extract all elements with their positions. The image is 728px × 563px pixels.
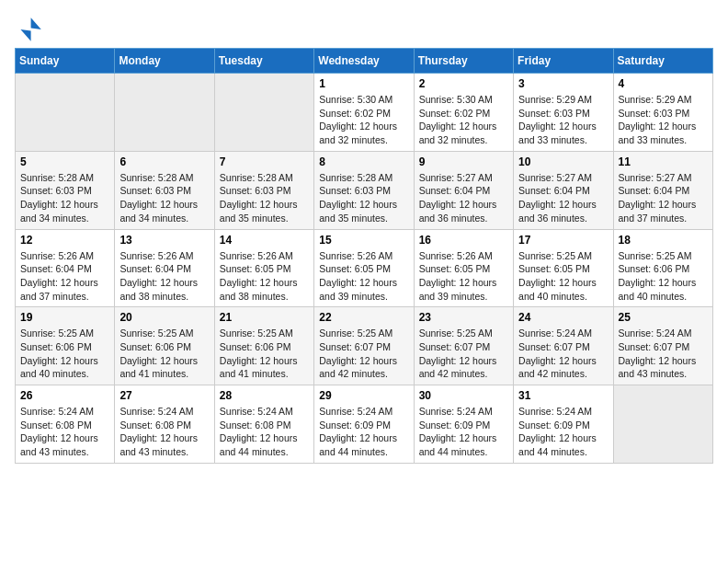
cell-info: Sunrise: 5:26 AM Sunset: 6:05 PM Dayligh…	[220, 249, 309, 304]
calendar-cell: 8Sunrise: 5:28 AM Sunset: 6:03 PM Daylig…	[314, 151, 414, 229]
calendar-cell: 25Sunrise: 5:24 AM Sunset: 6:07 PM Dayli…	[613, 307, 712, 385]
cell-info: Sunrise: 5:25 AM Sunset: 6:06 PM Dayligh…	[619, 249, 708, 304]
cell-info: Sunrise: 5:29 AM Sunset: 6:03 PM Dayligh…	[518, 93, 608, 147]
calendar-cell	[16, 74, 115, 152]
day-number: 28	[220, 389, 309, 402]
calendar-cell	[613, 385, 712, 464]
calendar-week-row: 5Sunrise: 5:28 AM Sunset: 6:03 PM Daylig…	[16, 151, 713, 229]
calendar-header-row: SundayMondayTuesdayWednesdayThursdayFrid…	[16, 49, 713, 74]
calendar-cell: 7Sunrise: 5:28 AM Sunset: 6:03 PM Daylig…	[214, 151, 313, 229]
cell-info: Sunrise: 5:28 AM Sunset: 6:03 PM Dayligh…	[20, 171, 109, 225]
calendar-week-row: 19Sunrise: 5:25 AM Sunset: 6:06 PM Dayli…	[16, 307, 713, 385]
calendar-cell: 24Sunrise: 5:24 AM Sunset: 6:07 PM Dayli…	[514, 307, 613, 385]
day-number: 26	[20, 389, 109, 402]
calendar-cell	[214, 74, 313, 152]
cell-info: Sunrise: 5:24 AM Sunset: 6:09 PM Dayligh…	[518, 405, 608, 459]
logo-icon	[15, 15, 44, 44]
calendar-cell: 14Sunrise: 5:26 AM Sunset: 6:05 PM Dayli…	[214, 229, 313, 307]
calendar-cell: 27Sunrise: 5:24 AM Sunset: 6:08 PM Dayli…	[115, 385, 214, 464]
cell-info: Sunrise: 5:24 AM Sunset: 6:09 PM Dayligh…	[419, 405, 508, 459]
cell-info: Sunrise: 5:24 AM Sunset: 6:08 PM Dayligh…	[119, 405, 209, 459]
cell-info: Sunrise: 5:28 AM Sunset: 6:03 PM Dayligh…	[319, 171, 408, 225]
cell-info: Sunrise: 5:26 AM Sunset: 6:04 PM Dayligh…	[20, 249, 109, 304]
day-number: 10	[518, 155, 608, 168]
calendar-cell: 20Sunrise: 5:25 AM Sunset: 6:06 PM Dayli…	[115, 307, 214, 385]
calendar-table: SundayMondayTuesdayWednesdayThursdayFrid…	[15, 48, 713, 464]
calendar-cell: 9Sunrise: 5:27 AM Sunset: 6:04 PM Daylig…	[414, 151, 513, 229]
calendar-cell: 26Sunrise: 5:24 AM Sunset: 6:08 PM Dayli…	[16, 385, 115, 464]
day-number: 6	[119, 155, 209, 168]
calendar-week-row: 1Sunrise: 5:30 AM Sunset: 6:02 PM Daylig…	[16, 74, 713, 152]
day-number: 25	[619, 311, 708, 324]
cell-info: Sunrise: 5:27 AM Sunset: 6:04 PM Dayligh…	[419, 171, 508, 225]
day-number: 9	[419, 155, 508, 168]
day-number: 29	[319, 389, 408, 402]
day-number: 24	[518, 311, 608, 324]
calendar-cell: 2Sunrise: 5:30 AM Sunset: 6:02 PM Daylig…	[414, 74, 513, 152]
day-number: 27	[119, 389, 209, 402]
cell-info: Sunrise: 5:24 AM Sunset: 6:07 PM Dayligh…	[518, 327, 608, 381]
cell-info: Sunrise: 5:25 AM Sunset: 6:06 PM Dayligh…	[119, 327, 209, 381]
day-number: 31	[518, 389, 608, 402]
svg-marker-0	[20, 17, 40, 41]
calendar-week-row: 26Sunrise: 5:24 AM Sunset: 6:08 PM Dayli…	[16, 385, 713, 464]
calendar-cell: 10Sunrise: 5:27 AM Sunset: 6:04 PM Dayli…	[514, 151, 613, 229]
calendar-cell: 22Sunrise: 5:25 AM Sunset: 6:07 PM Dayli…	[314, 307, 414, 385]
cell-info: Sunrise: 5:28 AM Sunset: 6:03 PM Dayligh…	[119, 171, 209, 225]
day-number: 16	[419, 234, 508, 247]
cell-info: Sunrise: 5:29 AM Sunset: 6:03 PM Dayligh…	[619, 93, 708, 147]
day-number: 19	[20, 311, 109, 324]
day-number: 7	[220, 155, 309, 168]
day-header-friday: Friday	[514, 49, 613, 74]
day-number: 15	[319, 234, 408, 247]
cell-info: Sunrise: 5:30 AM Sunset: 6:02 PM Dayligh…	[419, 93, 508, 147]
day-header-thursday: Thursday	[414, 49, 513, 74]
calendar-cell	[115, 74, 214, 152]
calendar-cell: 17Sunrise: 5:25 AM Sunset: 6:05 PM Dayli…	[514, 229, 613, 307]
calendar-cell: 4Sunrise: 5:29 AM Sunset: 6:03 PM Daylig…	[613, 74, 712, 152]
calendar-cell: 28Sunrise: 5:24 AM Sunset: 6:08 PM Dayli…	[214, 385, 313, 464]
cell-info: Sunrise: 5:24 AM Sunset: 6:09 PM Dayligh…	[319, 405, 408, 459]
cell-info: Sunrise: 5:28 AM Sunset: 6:03 PM Dayligh…	[220, 171, 309, 225]
cell-info: Sunrise: 5:27 AM Sunset: 6:04 PM Dayligh…	[518, 171, 608, 225]
day-number: 20	[119, 311, 209, 324]
cell-info: Sunrise: 5:25 AM Sunset: 6:06 PM Dayligh…	[220, 327, 309, 381]
logo	[15, 15, 48, 44]
day-number: 12	[20, 234, 109, 247]
calendar-cell: 13Sunrise: 5:26 AM Sunset: 6:04 PM Dayli…	[115, 229, 214, 307]
day-number: 13	[119, 234, 209, 247]
cell-info: Sunrise: 5:24 AM Sunset: 6:08 PM Dayligh…	[20, 405, 109, 459]
calendar-week-row: 12Sunrise: 5:26 AM Sunset: 6:04 PM Dayli…	[16, 229, 713, 307]
calendar-cell: 19Sunrise: 5:25 AM Sunset: 6:06 PM Dayli…	[16, 307, 115, 385]
calendar-cell: 30Sunrise: 5:24 AM Sunset: 6:09 PM Dayli…	[414, 385, 513, 464]
cell-info: Sunrise: 5:25 AM Sunset: 6:07 PM Dayligh…	[419, 327, 508, 381]
calendar-cell: 16Sunrise: 5:26 AM Sunset: 6:05 PM Dayli…	[414, 229, 513, 307]
cell-info: Sunrise: 5:26 AM Sunset: 6:04 PM Dayligh…	[119, 249, 209, 304]
day-number: 1	[319, 77, 408, 90]
cell-info: Sunrise: 5:24 AM Sunset: 6:08 PM Dayligh…	[220, 405, 309, 459]
calendar-cell: 11Sunrise: 5:27 AM Sunset: 6:04 PM Dayli…	[613, 151, 712, 229]
day-header-monday: Monday	[115, 49, 214, 74]
day-number: 5	[20, 155, 109, 168]
cell-info: Sunrise: 5:24 AM Sunset: 6:07 PM Dayligh…	[619, 327, 708, 381]
calendar-cell: 3Sunrise: 5:29 AM Sunset: 6:03 PM Daylig…	[514, 74, 613, 152]
calendar-cell: 21Sunrise: 5:25 AM Sunset: 6:06 PM Dayli…	[214, 307, 313, 385]
day-header-wednesday: Wednesday	[314, 49, 414, 74]
day-number: 11	[619, 155, 708, 168]
day-number: 21	[220, 311, 309, 324]
day-number: 4	[619, 77, 708, 90]
day-number: 2	[419, 77, 508, 90]
calendar-cell: 5Sunrise: 5:28 AM Sunset: 6:03 PM Daylig…	[16, 151, 115, 229]
day-number: 30	[419, 389, 508, 402]
cell-info: Sunrise: 5:25 AM Sunset: 6:07 PM Dayligh…	[319, 327, 408, 381]
cell-info: Sunrise: 5:25 AM Sunset: 6:05 PM Dayligh…	[518, 249, 608, 304]
calendar-cell: 1Sunrise: 5:30 AM Sunset: 6:02 PM Daylig…	[314, 74, 414, 152]
day-header-sunday: Sunday	[16, 49, 115, 74]
cell-info: Sunrise: 5:27 AM Sunset: 6:04 PM Dayligh…	[619, 171, 708, 225]
day-number: 18	[619, 234, 708, 247]
day-number: 17	[518, 234, 608, 247]
cell-info: Sunrise: 5:25 AM Sunset: 6:06 PM Dayligh…	[20, 327, 109, 381]
calendar-cell: 15Sunrise: 5:26 AM Sunset: 6:05 PM Dayli…	[314, 229, 414, 307]
day-header-saturday: Saturday	[613, 49, 712, 74]
calendar-cell: 18Sunrise: 5:25 AM Sunset: 6:06 PM Dayli…	[613, 229, 712, 307]
